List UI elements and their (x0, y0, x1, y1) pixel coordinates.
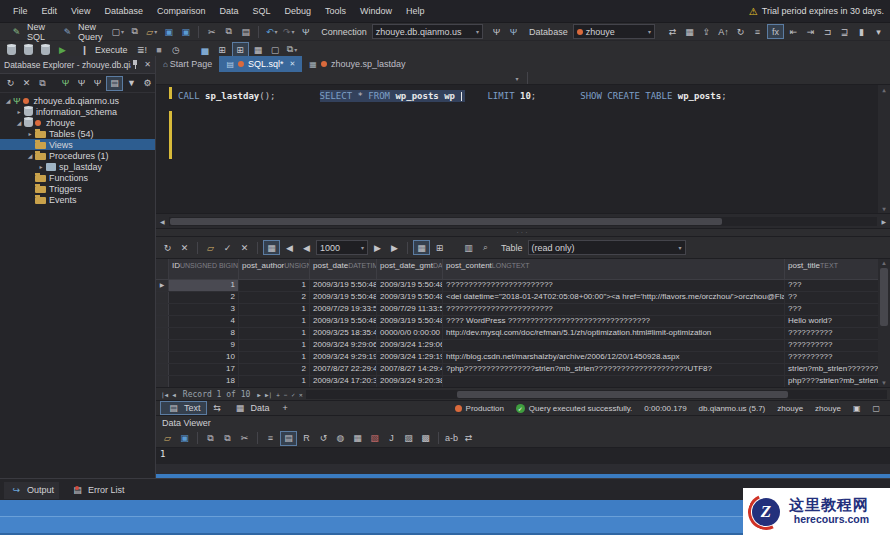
menu-window[interactable]: Window (353, 3, 399, 19)
grid-cell[interactable] (443, 340, 785, 351)
grid-cell[interactable]: 2009/3/19 5:50:48 (377, 280, 443, 291)
grid-cell[interactable]: 2009/3/19 5:50:48 (310, 292, 377, 303)
new-sql-button[interactable]: ✎New SQL (4, 21, 53, 43)
code-line[interactable] (536, 91, 558, 101)
page-size-combobox[interactable]: 1000▾ (316, 240, 368, 255)
grid-cell[interactable]: 2007/8/27 22:29:49 (310, 364, 377, 375)
format-options-icon[interactable]: fx (767, 24, 784, 39)
result-layout-icon[interactable]: ▦ (251, 43, 266, 56)
query-profiler-icon[interactable]: ▅ (198, 43, 213, 56)
image-view-icon[interactable]: ▨ (401, 432, 416, 445)
grid-cell[interactable]: 9 (169, 340, 239, 351)
swap-views-icon[interactable]: ⇆ (210, 402, 225, 415)
tree-expander-icon[interactable]: ◢ (25, 152, 35, 159)
grid-cell[interactable]: ?? (785, 292, 880, 303)
grid-cell[interactable]: strlen?mb_strlen????????????? (785, 364, 880, 375)
grid-cell[interactable]: ???????????????????????? (443, 304, 785, 315)
grid-cell[interactable]: ?php????????????????strlen?mb_strlen????… (443, 364, 785, 375)
duplicate-object-icon[interactable]: ⧉ (35, 77, 50, 90)
pagination-icon[interactable]: ▦ (263, 240, 280, 255)
menu-edit[interactable]: Edit (35, 3, 65, 19)
menu-view[interactable]: View (64, 3, 97, 19)
grid-cell[interactable]: 1 (169, 280, 239, 291)
increase-indent-icon[interactable]: ⇥ (803, 25, 818, 38)
grid-cell[interactable]: 2 (239, 364, 310, 375)
table-row[interactable]: 1722007/8/27 22:29:492007/8/27 14:29:49?… (156, 364, 890, 376)
editor-vertical-scrollbar[interactable]: ▲▼ (878, 85, 890, 213)
edit-connection-icon[interactable]: Ψ (489, 25, 504, 38)
grid-cell[interactable]: 18 (169, 376, 239, 387)
compare-schemas-icon[interactable]: ⇄ (665, 25, 680, 38)
schedule-script-icon[interactable] (38, 43, 53, 56)
stop-refresh-icon[interactable]: ✕ (177, 241, 192, 254)
last-page-icon[interactable]: ▶ (387, 241, 402, 254)
tree-item-views[interactable]: Views (0, 139, 155, 150)
tab-output[interactable]: ↪Output (4, 482, 59, 499)
tree-item-procedures-1-[interactable]: ◢Procedures (1) (0, 150, 155, 161)
next-record-icon[interactable]: ▶ (255, 391, 263, 398)
row-selector[interactable] (156, 316, 169, 327)
grid-cell[interactable]: ??? (785, 280, 880, 291)
save-all-icon[interactable]: ▣ (178, 25, 193, 38)
grid-cell[interactable]: 2009/3/24 9:29:19 (310, 352, 377, 363)
tree-expander-icon[interactable]: ◢ (3, 97, 13, 104)
tree-item-tables-54-[interactable]: ▸Tables (54) (0, 128, 155, 139)
table-row[interactable]: 312009/7/29 19:33:512009/7/29 11:33:51??… (156, 304, 890, 316)
table-row[interactable]: 412009/3/19 5:50:482009/3/19 5:50:48????… (156, 316, 890, 328)
grid-cell[interactable]: ???????????????????????? (443, 280, 785, 291)
grid-cell[interactable]: 4 (169, 316, 239, 327)
table-row[interactable]: 1812009/3/24 17:20:382009/3/24 9:20:38ph… (156, 376, 890, 387)
menu-data[interactable]: Data (212, 3, 245, 19)
close-panel-icon[interactable]: ✕ (144, 60, 151, 69)
execute-script-icon[interactable] (4, 43, 19, 56)
tree-item-functions[interactable]: Functions (0, 172, 155, 183)
profiling-mode-icon[interactable]: ⊞ (232, 42, 249, 57)
new-connection-icon[interactable]: Ψ (506, 25, 521, 38)
scroll-left-icon[interactable]: ◀ (158, 218, 167, 225)
refresh-icon[interactable]: ↻ (3, 77, 18, 90)
cancel-edit-icon[interactable]: ✕ (297, 391, 305, 398)
grid-cell[interactable]: 2009/7/29 11:33:51 (377, 304, 443, 315)
grid-cell[interactable]: 2009/3/24 1:29:19 (377, 352, 443, 363)
grid-cell[interactable]: 2009/3/19 5:50:48 (377, 292, 443, 303)
dock-layout-icon[interactable]: ▣ (847, 404, 867, 413)
grid-cell[interactable]: 1 (239, 316, 310, 327)
append-record-icon[interactable]: + (274, 391, 282, 398)
column-header-post_date_gmt[interactable]: post_date_gmtDATETIME (377, 259, 443, 279)
cancel-changes-icon[interactable]: ✕ (237, 241, 252, 254)
grid-cell[interactable]: 2009/3/24 1:29:06 (377, 340, 443, 351)
menu-debug[interactable]: Debug (277, 3, 318, 19)
grid-cell[interactable]: 2009/3/24 9:20:38 (377, 376, 443, 387)
data-viewer-content[interactable]: 1 (156, 448, 890, 463)
row-selector[interactable]: ▶ (156, 280, 169, 291)
table-row[interactable]: 222009/3/19 5:50:482009/3/19 5:50:48<del… (156, 292, 890, 304)
tab-start-page[interactable]: ⌂Start Page (156, 56, 219, 72)
grid-cell[interactable] (443, 376, 785, 387)
word-wrap-icon[interactable]: ⇄ (461, 432, 476, 445)
grid-cell[interactable]: http://dev.mysql.com/doc/refman/5.1/zh/o… (443, 328, 785, 339)
text-view-tab[interactable]: ▤Text (160, 401, 207, 415)
grid-cell[interactable]: Hello world? (785, 316, 880, 327)
row-selector[interactable] (156, 364, 169, 375)
table-row[interactable]: 912009/3/24 9:29:062009/3/24 1:29:06????… (156, 340, 890, 352)
new-from-template-icon[interactable]: ⧉ (127, 25, 142, 38)
grid-horizontal-scrollbar[interactable] (306, 390, 887, 399)
security-manager-icon[interactable]: ▤ (106, 76, 123, 91)
save-value-icon[interactable]: ▣ (177, 432, 192, 445)
tab-error-list[interactable]: ▤Error List (65, 482, 130, 499)
paste-icon[interactable]: ▤ (238, 25, 253, 38)
tab-zhouye-sp-lastday[interactable]: ▦zhouye.sp_lastday (302, 56, 412, 72)
tree-item-zhouye-db-qianmo-us[interactable]: ◢Ψzhouye.db.qianmo.us (0, 95, 155, 106)
code-line[interactable]: SELECT * FROM wp_posts wp (298, 91, 466, 101)
grid-cell[interactable]: 2009/3/24 9:29:06 (310, 340, 377, 351)
new-result-window-icon[interactable]: ▢ (268, 43, 283, 56)
new-query-button[interactable]: ✎New Query (55, 21, 108, 43)
grid-cell[interactable]: 2009/3/19 5:50:48 (377, 316, 443, 327)
code-line[interactable]: LIMIT 10; (465, 91, 536, 101)
column-header-id[interactable]: IDUNSIGNED BIGINT(20) (169, 259, 239, 279)
grid-cell[interactable]: ??? (785, 304, 880, 315)
cut-icon[interactable]: ✂ (204, 25, 219, 38)
code-line[interactable]: CALL sp_lastday(); (156, 91, 276, 101)
post-edit-icon[interactable]: ✓ (289, 391, 297, 398)
editor-horizontal-scrollbar[interactable]: ◀ ▶ (156, 213, 890, 228)
